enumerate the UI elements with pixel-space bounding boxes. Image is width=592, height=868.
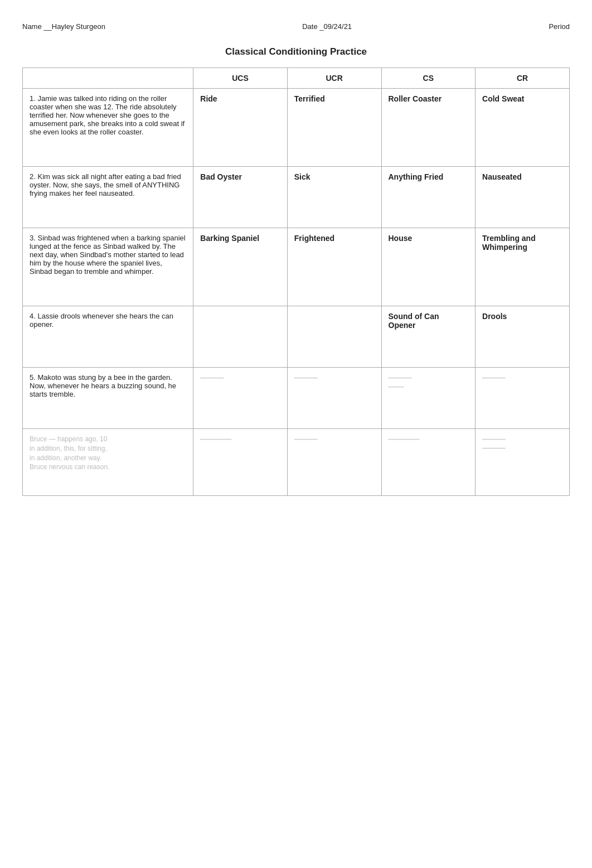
cs-blurred-6: ———— — [389, 435, 420, 443]
ucs-answer-2: Bad Oyster — [193, 167, 287, 228]
ucs-answer-6: ———— — [193, 429, 287, 496]
col-header-cs: CS — [381, 68, 475, 89]
cs-answer-5: ————— — [381, 368, 475, 429]
table-row: 1. Jamie was talked into riding on the r… — [23, 89, 570, 167]
cr-answer-6: —————— — [475, 429, 570, 496]
ucr-blurred-5: ——— — [294, 373, 318, 382]
ucs-answer-1: Ride — [193, 89, 287, 167]
period-label: Period — [549, 22, 570, 31]
header: Name __Hayley Sturgeon Date _09/24/21 Pe… — [22, 22, 570, 31]
ucs-answer-3: Barking Spaniel — [193, 228, 287, 306]
row-number-3: 3. — [30, 234, 36, 242]
scenario-cell-3: 3. Sinbad was frightened when a barking … — [23, 228, 193, 306]
scenario-blurred-6: Bruce — happens ago, 10 in addition, thi… — [30, 435, 109, 471]
scenario-text-1: Jamie was talked into riding on the roll… — [30, 94, 185, 136]
table-row: 5. Makoto was stung by a bee in the gard… — [23, 368, 570, 429]
cs-blurred-5: ————— — [389, 373, 412, 391]
cs-answer-1: Roller Coaster — [381, 89, 475, 167]
table-row: Bruce — happens ago, 10 in addition, thi… — [23, 429, 570, 496]
col-header-ucs: UCS — [193, 68, 287, 89]
col-header-scenario — [23, 68, 193, 89]
ucr-answer-5: ——— — [287, 368, 381, 429]
ucs-answer-4 — [193, 306, 287, 368]
scenario-cell-4: 4. Lassie drools whenever she hears the … — [23, 306, 193, 368]
cr-answer-3: Trembling and Whimpering — [475, 228, 570, 306]
row-number-1: 1. — [30, 94, 36, 103]
col-header-cr: CR — [475, 68, 570, 89]
date-label: Date _09/24/21 — [302, 22, 352, 31]
cs-answer-6: ———— — [381, 429, 475, 496]
col-header-ucr: UCR — [287, 68, 381, 89]
cr-answer-5: ——— — [475, 368, 570, 429]
cs-answer-2: Anything Fried — [381, 167, 475, 228]
row-number-2: 2. — [30, 172, 36, 181]
table-row: 2. Kim was sick all night after eating a… — [23, 167, 570, 228]
ucs-blurred-6: ———— — [200, 435, 231, 443]
scenario-text-5: Makoto was stung by a bee in the garden.… — [30, 373, 176, 398]
table-row: 4. Lassie drools whenever she hears the … — [23, 306, 570, 368]
scenario-text-3: Sinbad was frightened when a barking spa… — [30, 234, 186, 276]
ucs-blurred-5: ——— — [200, 373, 224, 382]
ucr-answer-2: Sick — [287, 167, 381, 228]
worksheet-table: UCS UCR CS CR 1. Jamie was talked into r… — [22, 67, 570, 496]
row-number-5: 5. — [30, 373, 36, 382]
ucr-answer-4 — [287, 306, 381, 368]
cr-answer-1: Cold Sweat — [475, 89, 570, 167]
scenario-cell-2: 2. Kim was sick all night after eating a… — [23, 167, 193, 228]
scenario-cell-5: 5. Makoto was stung by a bee in the gard… — [23, 368, 193, 429]
scenario-text-4: Lassie drools whenever she hears the can… — [30, 312, 173, 329]
cr-blurred-6: —————— — [482, 435, 506, 452]
page-title: Classical Conditioning Practice — [22, 46, 570, 57]
ucs-answer-5: ——— — [193, 368, 287, 429]
cs-answer-4: Sound of Can Opener — [381, 306, 475, 368]
cr-blurred-5: ——— — [482, 373, 506, 382]
cr-answer-2: Nauseated — [475, 167, 570, 228]
cr-answer-4: Drools — [475, 306, 570, 368]
name-label: Name __Hayley Sturgeon — [22, 22, 105, 31]
cs-answer-3: House — [381, 228, 475, 306]
table-row: 3. Sinbad was frightened when a barking … — [23, 228, 570, 306]
ucr-blurred-6: ——— — [294, 435, 318, 443]
ucr-answer-6: ——— — [287, 429, 381, 496]
scenario-cell-1: 1. Jamie was talked into riding on the r… — [23, 89, 193, 167]
row-number-4: 4. — [30, 312, 36, 320]
ucr-answer-1: Terrified — [287, 89, 381, 167]
ucr-answer-3: Frightened — [287, 228, 381, 306]
scenario-cell-6: Bruce — happens ago, 10 in addition, thi… — [23, 429, 193, 496]
scenario-text-2: Kim was sick all night after eating a ba… — [30, 172, 181, 197]
